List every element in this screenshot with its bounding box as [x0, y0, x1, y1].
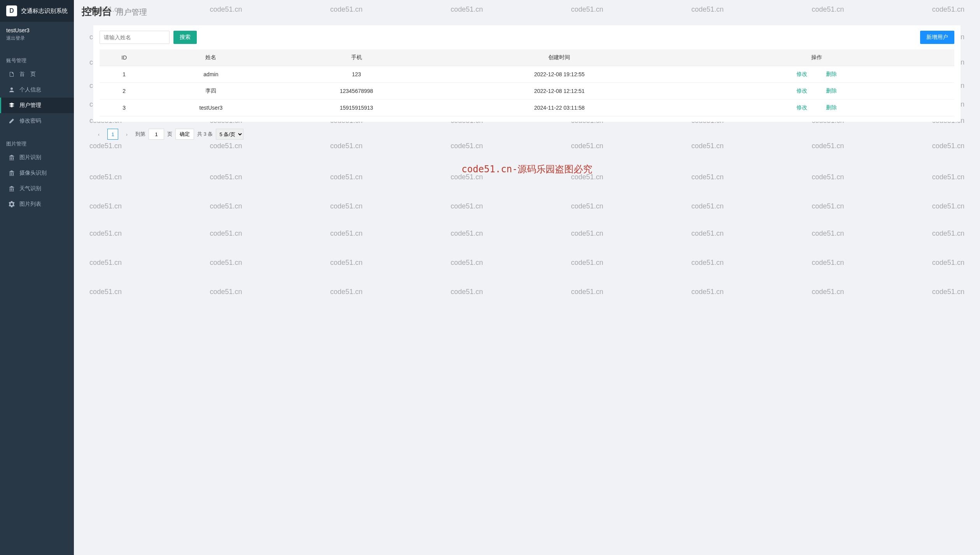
total-count: 共 3 条	[197, 131, 213, 138]
edit-link[interactable]: 修改	[796, 71, 807, 77]
main-content: code51.cncode51.cncode51.cncode51.cncode…	[74, 0, 980, 555]
nav-item-home[interactable]: 首 页	[0, 67, 74, 82]
prev-page-button[interactable]: ‹	[93, 129, 104, 140]
nav-item-users[interactable]: 用户管理	[0, 98, 74, 113]
cell-actions: 修改删除	[679, 66, 954, 83]
nav-item-weather-recognition[interactable]: 天气识别	[0, 181, 74, 196]
pencil-icon	[9, 118, 15, 124]
cell-id: 1	[100, 66, 149, 83]
next-page-button[interactable]: ›	[121, 129, 132, 140]
cell-phone: 15915915913	[273, 100, 439, 116]
nav-item-label: 天气识别	[19, 185, 41, 192]
cell-name: 李四	[149, 83, 273, 100]
sidebar-header: D 交通标志识别系统	[0, 0, 74, 22]
delete-link[interactable]: 删除	[826, 88, 837, 94]
logo-icon: D	[6, 5, 17, 16]
page-header: 控制台 用户管理	[74, 0, 980, 21]
watermark-row: code51.cncode51.cncode51.cncode51.cncode…	[74, 259, 980, 267]
center-watermark: code51.cn-源码乐园盗图必究	[74, 163, 980, 175]
nav-item-camera-recognition[interactable]: 摄像头识别	[0, 165, 74, 181]
goto-label: 到第	[135, 131, 145, 138]
cell-created: 2022-12-08 12:12:51	[440, 83, 679, 100]
user-table: ID 姓名 手机 创建时间 操作 1admin1232022-12-08 19:…	[100, 49, 954, 116]
search-input[interactable]	[100, 31, 170, 44]
cell-created: 2024-11-22 03:11:58	[440, 100, 679, 116]
nav-item-profile[interactable]: 个人信息	[0, 82, 74, 98]
user-block: testUser3 退出登录	[0, 22, 74, 46]
col-id: ID	[100, 49, 149, 66]
cell-phone: 12345678998	[273, 83, 439, 100]
watermark-row: code51.cncode51.cncode51.cncode51.cncode…	[74, 288, 980, 296]
col-action: 操作	[679, 49, 954, 66]
cell-created: 2022-12-08 19:12:55	[440, 66, 679, 83]
username: testUser3	[6, 27, 68, 33]
page-title-sub: 用户管理	[116, 7, 147, 18]
table-row: 3testUser3159159159132024-11-22 03:11:58…	[100, 100, 954, 116]
app-title: 交通标志识别系统	[21, 7, 68, 15]
toolbar: 搜索 新增用户	[100, 31, 954, 44]
nav-item-label: 个人信息	[19, 86, 41, 93]
nav-item-label: 摄像头识别	[19, 170, 47, 177]
delete-link[interactable]: 删除	[826, 104, 837, 110]
table-row: 2李四123456789982022-12-08 12:12:51修改删除	[100, 83, 954, 100]
delete-link[interactable]: 删除	[826, 71, 837, 77]
bank-icon	[9, 154, 15, 161]
page-title-main: 控制台	[82, 5, 112, 18]
nav-item-image-recognition[interactable]: 图片识别	[0, 150, 74, 165]
nav-section-account: 账号管理 首 页 个人信息 用户管理 修改密码	[0, 53, 74, 129]
cell-actions: 修改删除	[679, 100, 954, 116]
watermark-row: code51.cncode51.cncode51.cncode51.cncode…	[74, 202, 980, 210]
cell-id: 3	[100, 100, 149, 116]
table-row: 1admin1232022-12-08 19:12:55修改删除	[100, 66, 954, 83]
nav-section-title: 图片管理	[0, 136, 74, 150]
goto-page-input[interactable]	[149, 129, 164, 140]
cell-name: testUser3	[149, 100, 273, 116]
cell-phone: 123	[273, 66, 439, 83]
bank-icon	[9, 170, 15, 176]
nav-section-image: 图片管理 图片识别 摄像头识别 天气识别 图片列表	[0, 136, 74, 212]
edit-link[interactable]: 修改	[796, 104, 807, 110]
col-name: 姓名	[149, 49, 273, 66]
nav-item-label: 首 页	[19, 71, 36, 78]
pagination: ‹ 1 › 到第 页 确定 共 3 条 5 条/页	[74, 125, 980, 144]
cell-actions: 修改删除	[679, 83, 954, 100]
nav-item-label: 用户管理	[19, 102, 41, 109]
document-icon	[9, 71, 15, 77]
cell-id: 2	[100, 83, 149, 100]
user-icon	[9, 87, 15, 93]
col-phone: 手机	[273, 49, 439, 66]
logout-link[interactable]: 退出登录	[6, 35, 68, 42]
search-button[interactable]: 搜索	[173, 31, 197, 44]
nav-item-image-list[interactable]: 图片列表	[0, 196, 74, 212]
sidebar: D 交通标志识别系统 testUser3 退出登录 账号管理 首 页 个人信息 …	[0, 0, 74, 555]
page-number[interactable]: 1	[107, 129, 118, 140]
watermark-row: code51.cncode51.cncode51.cncode51.cncode…	[74, 229, 980, 238]
nav-section-title: 账号管理	[0, 53, 74, 67]
layers-icon	[9, 102, 15, 109]
page-size-select[interactable]: 5 条/页	[216, 129, 243, 140]
add-user-button[interactable]: 新增用户	[920, 31, 954, 44]
cell-name: admin	[149, 66, 273, 83]
col-created: 创建时间	[440, 49, 679, 66]
goto-confirm-button[interactable]: 确定	[175, 129, 194, 140]
goto-suffix: 页	[167, 131, 172, 138]
bank-icon	[9, 186, 15, 192]
edit-link[interactable]: 修改	[796, 88, 807, 94]
nav-item-password[interactable]: 修改密码	[0, 113, 74, 129]
nav-item-label: 图片识别	[19, 154, 41, 161]
gear-icon	[9, 201, 15, 207]
nav-item-label: 图片列表	[19, 201, 41, 208]
content-card: 搜索 新增用户 ID 姓名 手机 创建时间 操作	[93, 25, 961, 122]
nav-item-label: 修改密码	[19, 117, 41, 124]
